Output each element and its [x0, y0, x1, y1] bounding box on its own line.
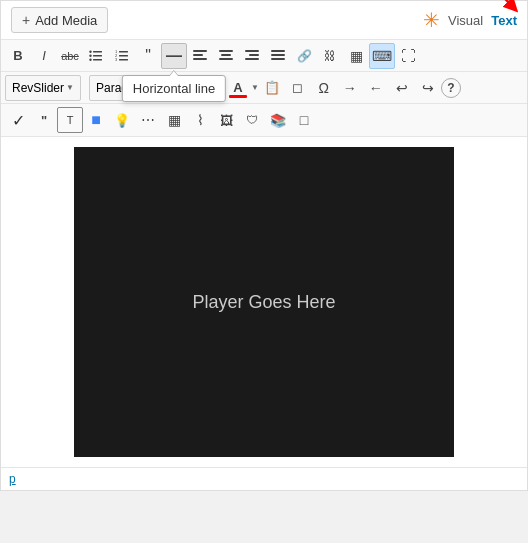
indent-button[interactable]: →: [337, 75, 363, 101]
svg-rect-23: [271, 54, 285, 56]
svg-rect-7: [119, 51, 128, 53]
content-area[interactable]: Player Goes Here: [1, 137, 527, 467]
color-dropdown-arrow[interactable]: ▼: [251, 83, 259, 92]
bottom-text: p: [9, 472, 16, 486]
player-box: Player Goes Here: [74, 147, 454, 457]
svg-line-0: [490, 0, 513, 7]
red-arrow-icon: [485, 0, 525, 13]
revslider-dropdown-arrow: ▼: [66, 83, 74, 92]
unlink-button[interactable]: ⛓: [317, 43, 343, 69]
svg-rect-16: [219, 50, 233, 52]
add-media-button[interactable]: + Add Media: [11, 7, 108, 33]
blockquote-button[interactable]: ": [135, 43, 161, 69]
svg-rect-3: [93, 59, 102, 61]
link-button[interactable]: 🔗: [291, 43, 317, 69]
bottom-bar: p: [1, 467, 527, 490]
svg-rect-24: [271, 58, 285, 60]
table-button[interactable]: ▦: [343, 43, 369, 69]
toolbar-row-2: RevSlider ▼ Paragraph ▼ U ☰ A ▼ 📋 ◻ Ω → …: [1, 72, 527, 104]
t-letter-button[interactable]: T: [57, 107, 83, 133]
svg-rect-20: [249, 54, 259, 56]
outdent-button[interactable]: ←: [363, 75, 389, 101]
svg-rect-19: [245, 50, 259, 52]
books-button[interactable]: 📚: [265, 107, 291, 133]
hr-tooltip: Horizontal line: [122, 75, 226, 102]
svg-rect-2: [93, 55, 102, 57]
revslider-dropdown[interactable]: RevSlider ▼: [5, 75, 81, 101]
bulb-button[interactable]: 💡: [109, 107, 135, 133]
align-left-button[interactable]: [187, 43, 213, 69]
special-chars-button[interactable]: Ω: [311, 75, 337, 101]
svg-point-5: [89, 54, 91, 56]
clear-format-button[interactable]: ◻: [285, 75, 311, 101]
hr-tooltip-wrapper: — Horizontal line: [161, 43, 187, 69]
toolbar-row-1: B I abc 123 " — Horizontal line: [1, 40, 527, 72]
image-plugin-button[interactable]: 🖼: [213, 107, 239, 133]
svg-rect-8: [119, 55, 128, 57]
svg-rect-15: [193, 58, 207, 60]
add-media-label: Add Media: [35, 13, 97, 28]
svg-point-4: [89, 50, 91, 52]
svg-rect-9: [119, 59, 128, 61]
top-bar: + Add Media ✳ Visual Text: [1, 1, 527, 40]
tab-visual[interactable]: Visual: [448, 13, 483, 28]
bar-chart-button[interactable]: ▦: [161, 107, 187, 133]
blue-square-button[interactable]: ■: [83, 107, 109, 133]
strikethrough-button[interactable]: abc: [57, 43, 83, 69]
tab-text[interactable]: Text: [491, 13, 517, 28]
svg-rect-13: [193, 50, 207, 52]
svg-rect-14: [193, 54, 203, 56]
text-color-button[interactable]: A: [225, 75, 251, 101]
square2-button[interactable]: □: [291, 107, 317, 133]
toolbar: B I abc 123 " — Horizontal line: [1, 40, 527, 137]
ordered-list-button[interactable]: 123: [109, 43, 135, 69]
add-media-icon: +: [22, 12, 30, 28]
check-button[interactable]: ✓: [5, 107, 31, 133]
bold-button[interactable]: B: [5, 43, 31, 69]
align-right-button[interactable]: [239, 43, 265, 69]
svg-rect-22: [271, 50, 285, 52]
italic-button[interactable]: I: [31, 43, 57, 69]
svg-rect-21: [245, 58, 259, 60]
player-label: Player Goes Here: [192, 292, 335, 313]
color-bar: [229, 95, 247, 98]
align-center-button[interactable]: [213, 43, 239, 69]
top-bar-right: ✳ Visual Text: [423, 8, 517, 32]
unordered-list-button[interactable]: [83, 43, 109, 69]
paste-button[interactable]: 📋: [259, 75, 285, 101]
redo-button[interactable]: ↪: [415, 75, 441, 101]
fullscreen-button[interactable]: ⛶: [395, 43, 421, 69]
justify-button[interactable]: [265, 43, 291, 69]
svg-rect-1: [93, 51, 102, 53]
horizontal-rule-button[interactable]: —: [161, 43, 187, 69]
help-button[interactable]: ?: [441, 78, 461, 98]
more-button[interactable]: ⋯: [135, 107, 161, 133]
svg-text:3: 3: [115, 57, 118, 62]
keyboard-shortcut-button[interactable]: ⌨: [369, 43, 395, 69]
editor-container: + Add Media ✳ Visual Text: [0, 0, 528, 491]
undo-button[interactable]: ↩: [389, 75, 415, 101]
starburst-icon: ✳: [423, 8, 440, 32]
svg-rect-17: [221, 54, 231, 56]
line-chart-button[interactable]: ⌇: [187, 107, 213, 133]
svg-rect-18: [219, 58, 233, 60]
quote3-button[interactable]: ": [31, 107, 57, 133]
shield-button[interactable]: 🛡: [239, 107, 265, 133]
svg-point-6: [89, 58, 91, 60]
toolbar-row-3: ✓ " T ■ 💡 ⋯ ▦ ⌇ 🖼 🛡 📚 □: [1, 104, 527, 136]
